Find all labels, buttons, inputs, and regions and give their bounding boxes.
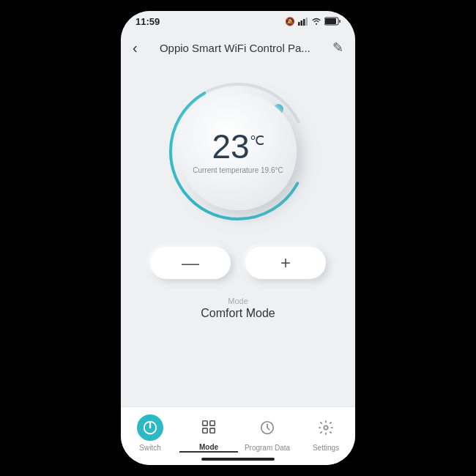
tab-settings[interactable]: Settings [297, 414, 355, 452]
switch-icon [142, 420, 158, 436]
temperature-display: 23 ℃ [212, 130, 264, 163]
mode-label: Mode [228, 297, 248, 305]
svg-point-17 [324, 425, 328, 430]
wifi-icon [311, 17, 321, 26]
program-data-icon [259, 420, 275, 436]
decrease-button[interactable]: — [150, 247, 231, 279]
tab-switch[interactable]: Switch [121, 414, 179, 452]
thermostat-inner: 23 ℃ Current temperature 19.6°C [179, 93, 297, 210]
svg-rect-3 [306, 18, 308, 26]
signal-icon [298, 17, 308, 26]
decrease-icon: — [182, 253, 199, 273]
edit-button[interactable]: ✎ [332, 40, 343, 56]
tab-mode[interactable]: Mode [179, 414, 238, 453]
svg-rect-6 [339, 20, 341, 23]
tab-switch-label: Switch [139, 444, 160, 452]
bottom-tab-bar: Switch Mode Program Data [121, 406, 355, 465]
temp-unit: ℃ [250, 134, 264, 147]
mute-icon: 🔕 [285, 17, 295, 26]
svg-rect-5 [325, 18, 336, 24]
back-button[interactable]: ‹ [133, 40, 138, 56]
temperature-controls: — + [150, 247, 326, 279]
increase-button[interactable]: + [245, 247, 326, 279]
home-indicator [201, 458, 275, 461]
svg-rect-14 [203, 428, 207, 433]
status-time: 11:59 [135, 16, 160, 27]
nav-bar: ‹ Oppio Smart WiFi Control Pa... ✎ [121, 31, 355, 64]
svg-rect-13 [210, 421, 215, 425]
mode-value: Comfort Mode [201, 307, 275, 320]
mode-icon [201, 419, 217, 435]
thermostat-dial[interactable]: 23 ℃ Current temperature 19.6°C [165, 78, 311, 225]
svg-rect-1 [301, 21, 303, 26]
set-temperature: 23 [212, 130, 249, 163]
current-temperature: Current temperature 19.6°C [193, 166, 283, 174]
svg-rect-2 [303, 19, 305, 26]
mode-section: Mode Comfort Mode [201, 297, 275, 320]
tab-mode-label: Mode [199, 443, 218, 451]
svg-rect-15 [210, 428, 215, 433]
svg-rect-12 [203, 421, 207, 425]
increase-icon: + [280, 253, 291, 273]
main-content: 23 ℃ Current temperature 19.6°C — + Mode… [121, 64, 355, 406]
battery-icon [324, 17, 341, 26]
settings-icon [318, 420, 334, 436]
page-title: Oppio Smart WiFi Control Pa... [160, 42, 310, 54]
tab-settings-label: Settings [313, 444, 339, 452]
switch-icon-wrap [137, 414, 163, 441]
mode-icon-wrap [196, 414, 222, 440]
tab-program-data[interactable]: Program Data [238, 414, 297, 452]
svg-rect-0 [298, 22, 300, 26]
status-bar: 11:59 🔕 [121, 11, 355, 31]
program-data-icon-wrap [254, 414, 280, 441]
phone-frame: 11:59 🔕 ‹ [121, 11, 355, 465]
status-icons: 🔕 [285, 17, 341, 26]
settings-icon-wrap [313, 414, 339, 441]
tab-program-data-label: Program Data [245, 444, 290, 452]
